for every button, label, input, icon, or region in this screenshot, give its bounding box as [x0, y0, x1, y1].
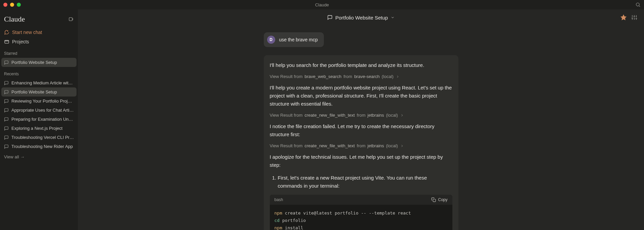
svg-point-0	[636, 3, 639, 6]
chevron-right-icon	[396, 75, 400, 79]
chat-item-label: Troubleshooting Vercel CLI Project Se...	[11, 135, 74, 140]
conversation-title-dropdown[interactable]: Portfolio Website Setup	[327, 15, 394, 21]
recent-chat-item[interactable]: Appropriate Uses for Chat Artifacts	[1, 106, 77, 115]
chat-item-label: Portfolio Website Setup	[11, 89, 57, 94]
titlebar: Claude	[0, 0, 644, 9]
conversation-title: Portfolio Website Setup	[335, 15, 388, 21]
recent-chat-item[interactable]: Preparing for Examination Under Oat...	[1, 115, 77, 124]
chat-icon	[4, 90, 9, 94]
chat-icon	[4, 81, 9, 85]
view-all-link[interactable]: View all →	[1, 151, 77, 163]
chat-icon	[327, 15, 333, 20]
chat-item-label: Appropriate Uses for Chat Artifacts	[11, 108, 74, 113]
window-controls	[3, 3, 21, 7]
folder-icon	[4, 39, 9, 44]
svg-rect-3	[5, 40, 9, 43]
chat-icon	[4, 108, 9, 113]
copy-label: Copy	[438, 197, 447, 202]
tool-result-toggle[interactable]: View Result from create_new_file_with_te…	[270, 113, 452, 118]
chat-item-label: Troubleshooting New Rider App	[11, 144, 73, 149]
recent-chat-item[interactable]: Enhancing Medium Article with Rele...	[1, 78, 77, 87]
assistant-ordered-list: First, let's create a new React project …	[278, 174, 452, 190]
starred-section-label: Starred	[1, 46, 77, 58]
starred-chat-item[interactable]: Portfolio Website Setup	[1, 58, 77, 67]
projects-link[interactable]: Projects	[1, 37, 77, 46]
chevron-right-icon	[400, 113, 404, 117]
chat-icon	[4, 144, 9, 149]
tool-result-toggle[interactable]: View Result from create_new_file_with_te…	[270, 143, 452, 148]
chat-item-label: Preparing for Examination Under Oat...	[11, 117, 74, 122]
list-item: First, let's create a new React project …	[278, 174, 452, 190]
chat-icon	[4, 117, 9, 122]
svg-marker-4	[621, 15, 626, 20]
chat-icon	[4, 60, 9, 65]
assistant-text: I'll help you search for the portfolio t…	[270, 61, 452, 69]
clipboard-icon	[431, 197, 436, 202]
copy-button[interactable]: Copy	[431, 197, 447, 202]
conversation-scroll[interactable]: D use the brave mcp I'll help you search…	[78, 26, 644, 230]
close-window-button[interactable]	[3, 3, 7, 7]
user-message: D use the brave mcp	[264, 32, 324, 47]
tool-result-toggle[interactable]: View Result from brave_web_search from b…	[270, 74, 452, 79]
code-language-label: bash	[275, 197, 283, 202]
user-message-text: use the brave mcp	[279, 37, 318, 42]
assistant-text: I notice the file creation failed. Let m…	[270, 122, 452, 139]
new-chat-label: Start new chat	[12, 30, 42, 35]
star-icon[interactable]	[621, 14, 627, 21]
logo: Claude	[4, 15, 25, 24]
recent-chat-item[interactable]: Troubleshooting Vercel CLI Project Se...	[1, 133, 77, 142]
global-search-icon[interactable]	[635, 2, 641, 7]
content-header: Portfolio Website Setup	[78, 9, 644, 26]
svg-rect-14	[433, 199, 436, 202]
assistant-text: I'll help you create a modern portfolio …	[270, 84, 452, 108]
projects-label: Projects	[12, 39, 29, 44]
assistant-text: I apologize for the technical issues. Le…	[270, 153, 452, 169]
chevron-right-icon	[400, 144, 404, 148]
chat-item-label: Reviewing Your Portfolio Project in W...	[11, 99, 74, 104]
avatar: D	[267, 36, 275, 44]
settings-icon[interactable]	[631, 14, 637, 21]
assistant-message: I'll help you search for the portfolio t…	[264, 55, 458, 230]
svg-line-1	[639, 6, 640, 7]
collapse-sidebar-icon[interactable]	[68, 16, 74, 22]
code-block: bash Copy npm create vite@latest portfol…	[270, 195, 452, 230]
chat-icon	[4, 99, 9, 104]
chat-item-label: Portfolio Website Setup	[11, 60, 57, 65]
chat-item-label: Enhancing Medium Article with Rele...	[11, 80, 74, 85]
recent-chat-item[interactable]: Exploring a Next.js Project	[1, 124, 77, 133]
chat-plus-icon	[4, 30, 9, 35]
recent-chat-item[interactable]: Portfolio Website Setup	[1, 87, 77, 97]
recent-chat-item[interactable]: Reviewing Your Portfolio Project in W...	[1, 97, 77, 106]
svg-rect-2	[69, 17, 72, 21]
code-body: npm create vite@latest portfolio -- --te…	[270, 205, 452, 230]
chat-icon	[4, 135, 9, 140]
minimize-window-button[interactable]	[10, 3, 14, 7]
app-title: Claude	[315, 2, 329, 7]
chat-icon	[4, 126, 9, 131]
chevron-down-icon	[391, 15, 395, 20]
new-chat-button[interactable]: Start new chat	[1, 28, 77, 37]
sidebar: Claude Start new chat Projects Starred P…	[0, 9, 78, 230]
fullscreen-window-button[interactable]	[17, 3, 21, 7]
recents-section-label: Recents	[1, 67, 77, 78]
recent-chat-item[interactable]: Troubleshooting New Rider App	[1, 142, 77, 151]
chat-item-label: Exploring a Next.js Project	[11, 126, 62, 131]
